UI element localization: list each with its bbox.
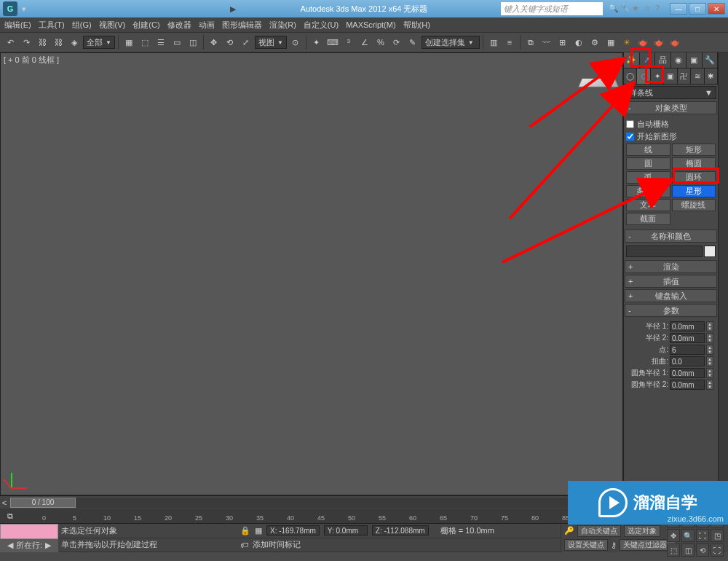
move-icon[interactable]: ✥ (207, 35, 221, 50)
nav-fov[interactable]: ◳ (711, 529, 724, 542)
btn-arc[interactable]: 弧 (626, 171, 670, 184)
color-swatch[interactable] (704, 246, 716, 257)
nav-zoom[interactable]: 🔍 (681, 529, 695, 542)
coord-y[interactable]: Y: 0.0mm (324, 525, 368, 536)
menu-group[interactable]: 组(G) (72, 20, 92, 31)
nav-pan[interactable]: ✥ (667, 529, 680, 542)
motion-tab[interactable]: ◉ (671, 52, 687, 68)
edit-icon[interactable]: ✎ (405, 35, 420, 50)
rfb-icon[interactable]: ▦ (604, 35, 618, 50)
coord-icon[interactable]: ▦ (255, 526, 262, 536)
help-search-input[interactable]: 键入关键字或短语 (501, 2, 603, 15)
btn-section[interactable]: 截面 (626, 213, 670, 225)
create-tab[interactable]: ✨ (624, 52, 640, 68)
radius1-spinner[interactable]: ▲▼ (706, 321, 713, 332)
menu-animation[interactable]: 动画 (199, 20, 215, 31)
keymode-icon[interactable]: ⌨ (325, 35, 340, 50)
key-icon[interactable]: 🔧 (620, 4, 630, 14)
panel-scrollbar[interactable] (718, 52, 728, 495)
minimize-button[interactable]: — (670, 3, 687, 15)
nav-orbit[interactable]: ⟲ (696, 544, 709, 557)
btn-ellipse[interactable]: 椭圆 (672, 157, 716, 170)
material-icon[interactable]: ◐ (571, 35, 586, 50)
autokey-button[interactable]: 自动关键点 (577, 525, 621, 537)
btn-star[interactable]: 星形 (672, 185, 716, 197)
asnap-icon[interactable]: ∠ (357, 35, 372, 50)
tag-icon[interactable]: 🏷 (240, 541, 248, 549)
spacewarps-cat[interactable]: ≋ (691, 68, 704, 84)
teapot1-icon[interactable]: 🫖 (636, 35, 650, 50)
menu-help[interactable]: 帮助(H) (403, 20, 430, 31)
rotate-icon[interactable]: ⟲ (223, 35, 237, 50)
fillet2-input[interactable]: 0.0mm (670, 380, 705, 390)
btn-rectangle[interactable]: 矩形 (672, 144, 716, 156)
selected-button[interactable]: 选定对象 (624, 525, 660, 537)
modify-tab[interactable]: ↗ (640, 52, 656, 68)
selset-dropdown[interactable]: 创建选择集▼ (422, 36, 480, 49)
lights-cat[interactable]: ✦ (651, 68, 664, 84)
time-thumb[interactable]: 0 / 100 (10, 498, 76, 508)
close-button[interactable]: ✕ (708, 3, 725, 15)
selname-icon[interactable]: ☰ (154, 35, 168, 50)
layers-icon[interactable]: ⧉ (523, 35, 538, 50)
render-icon[interactable]: ☀ (620, 35, 634, 50)
display-tab[interactable]: ▣ (687, 52, 703, 68)
radius2-spinner[interactable]: ▲▼ (706, 333, 713, 343)
teapot2-icon[interactable]: 🫖 (652, 35, 666, 50)
lock-icon[interactable]: 🔒 (240, 526, 250, 536)
viewport[interactable]: [ + 0 前 0 线框 ] (0, 52, 623, 495)
redo-icon[interactable]: ↷ (19, 35, 33, 50)
undo-icon[interactable]: ↶ (3, 35, 17, 50)
curve-icon[interactable]: 〰 (539, 35, 554, 50)
startshape-checkbox[interactable] (626, 133, 634, 141)
infocenter-icons[interactable]: 🔍 🔧 ★ ☆ ? (609, 4, 665, 14)
schematic-icon[interactable]: ⊞ (555, 35, 570, 50)
startshape-button[interactable]: 开始新图形 (637, 131, 716, 142)
keyfilter-icon[interactable]: ⚷ (611, 541, 617, 550)
fillet2-spinner[interactable]: ▲▼ (706, 380, 713, 390)
menu-views[interactable]: 视图(V) (99, 20, 126, 31)
menu-tools[interactable]: 工具(T) (39, 20, 65, 31)
nav-zoom-ext-all[interactable]: ◫ (681, 544, 695, 557)
points-input[interactable]: 6 (670, 345, 705, 355)
btn-circle[interactable]: 圆 (626, 157, 670, 170)
coord-x[interactable]: X: -169.78mm (266, 525, 320, 536)
systems-cat[interactable]: ✱ (705, 68, 718, 84)
nav-zoom-ext[interactable]: ⬚ (667, 544, 680, 557)
psnap-icon[interactable]: % (373, 35, 388, 50)
binoculars-icon[interactable]: 🔍 (609, 4, 619, 14)
rollout-object-type[interactable]: -对象类型 (625, 101, 717, 114)
selrect-icon[interactable]: ▭ (170, 35, 184, 50)
nav-zoomall[interactable]: ⛶ (696, 529, 709, 542)
menu-modifiers[interactable]: 修改器 (167, 20, 191, 31)
btn-line[interactable]: 线 (626, 144, 670, 156)
layer-dropdown[interactable]: 全部▼ (83, 36, 115, 49)
rollout-interpolation[interactable]: +插值 (625, 275, 717, 288)
pivot-icon[interactable]: ⊙ (288, 35, 303, 50)
trackbar-toggle-icon[interactable]: ⧉ (0, 509, 20, 523)
favorites-icon[interactable]: ☆ (644, 4, 654, 14)
menu-create[interactable]: 创建(C) (132, 20, 159, 31)
maximize-button[interactable]: □ (689, 3, 706, 15)
rollout-keyboard-entry[interactable]: +键盘输入 (625, 289, 717, 302)
rollout-rendering[interactable]: +渲染 (625, 260, 717, 273)
help-icon[interactable]: ? (655, 4, 665, 14)
star-icon[interactable]: ★ (632, 4, 642, 14)
unlink-icon[interactable]: ⛓ (51, 35, 66, 50)
select-icon[interactable]: ⬚ (138, 35, 152, 50)
cameras-cat[interactable]: ▣ (664, 68, 677, 84)
manip-icon[interactable]: ✦ (309, 35, 324, 50)
fillet1-input[interactable]: 0.0mm (670, 368, 705, 378)
teapot3-icon[interactable]: 🫖 (668, 35, 682, 50)
btn-ngon[interactable]: 多边形 (626, 185, 670, 197)
fillet1-spinner[interactable]: ▲▼ (706, 368, 713, 378)
btn-donut[interactable]: 圆环 (672, 171, 716, 184)
toolbar-handle[interactable]: ▾ (22, 4, 26, 14)
radius1-input[interactable]: 0.0mm (670, 321, 705, 332)
menu-grapheditors[interactable]: 图形编辑器 (222, 20, 262, 31)
scale-icon[interactable]: ⤢ (239, 35, 253, 50)
utilities-tab[interactable]: 🔧 (703, 52, 719, 68)
geometry-cat[interactable]: ◯ (624, 68, 637, 84)
keymode-icon[interactable]: 🔑 (564, 526, 574, 536)
menu-edit[interactable]: 编辑(E) (4, 20, 31, 31)
